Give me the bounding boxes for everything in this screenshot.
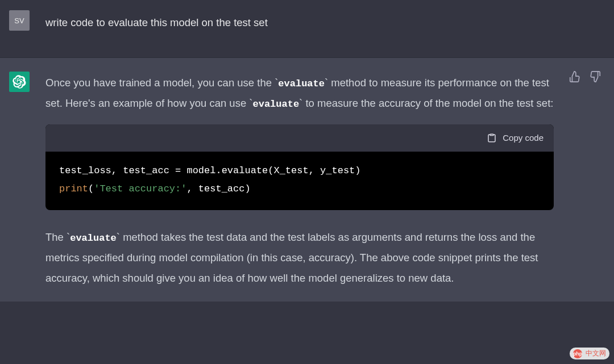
assistant-paragraph-1: Once you have trained a model, you can u… [45,73,554,114]
assistant-paragraph-2: The `evaluate` method takes the test dat… [45,227,554,288]
watermark-logo-icon: php [573,349,582,358]
code-token-function: print [59,183,88,194]
user-message-row: SV write code to evaluate this model on … [0,0,614,58]
copy-code-label: Copy code [503,130,544,147]
code-token: ( [88,183,94,194]
code-block-body: test_loss, test_acc = model.evaluate(X_t… [45,152,554,210]
text-fragment: The [45,231,67,243]
text-fragment: Once you have trained a model, you can u… [45,77,275,89]
watermark-text: 中文网 [586,349,606,358]
watermark-badge: php 中文网 [570,348,609,359]
thumbs-up-icon[interactable] [569,70,581,83]
assistant-message-row: Once you have trained a model, you can u… [0,58,614,302]
user-avatar: SV [9,10,30,31]
inline-code: evaluate [70,233,117,244]
code-token-string: 'Test accuracy:' [94,183,186,194]
feedback-buttons [569,70,601,83]
text-fragment: to measure the accuracy of the model on … [302,97,553,109]
assistant-message-content: Once you have trained a model, you can u… [45,72,605,288]
code-block-header: Copy code [45,124,554,152]
copy-code-button[interactable]: Copy code [487,130,544,147]
assistant-avatar [9,72,30,92]
user-message-text: write code to evaluate this model on the… [45,10,605,32]
clipboard-icon [487,133,497,143]
inline-code: evaluate [252,99,299,110]
thumbs-down-icon[interactable] [589,70,601,83]
inline-code: evaluate [278,78,325,89]
code-token: , test_acc) [186,183,250,194]
svg-rect-0 [490,134,493,135]
code-block: Copy code test_loss, test_acc = model.ev… [45,124,554,210]
code-line: test_loss, test_acc = model.evaluate(X_t… [59,165,361,176]
openai-logo-icon [13,75,26,89]
